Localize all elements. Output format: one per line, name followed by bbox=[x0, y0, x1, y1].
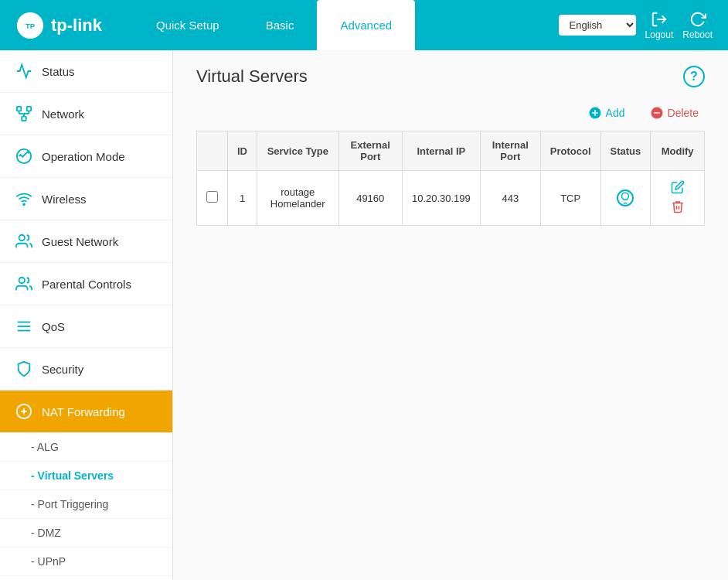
svg-point-11 bbox=[23, 203, 25, 205]
tab-quick-setup[interactable]: Quick Setup bbox=[133, 0, 243, 50]
page-header: Virtual Servers ? bbox=[196, 66, 705, 87]
bulb-icon bbox=[618, 191, 632, 205]
sidebar-item-nat-forwarding[interactable]: NAT Forwarding bbox=[0, 391, 172, 433]
network-icon bbox=[15, 105, 32, 122]
svg-rect-5 bbox=[22, 117, 26, 121]
table-toolbar: Add Delete bbox=[196, 103, 705, 123]
logo-area: TP tp-link bbox=[15, 11, 102, 40]
col-header-internal-ip: Internal IP bbox=[402, 131, 480, 171]
header-right: English Logout Reboot bbox=[559, 11, 713, 40]
sidebar-item-guest-network[interactable]: Guest Network bbox=[0, 220, 172, 263]
main-content: Virtual Servers ? Add Delete bbox=[173, 50, 728, 580]
sidebar-item-status[interactable]: Status bbox=[0, 50, 172, 93]
row-id: 1 bbox=[228, 171, 257, 226]
col-header-service-type: Service Type bbox=[257, 131, 339, 171]
col-header-protocol: Protocol bbox=[540, 131, 600, 171]
delete-button[interactable]: Delete bbox=[644, 103, 705, 123]
svg-point-13 bbox=[19, 278, 25, 283]
col-header-status: Status bbox=[600, 131, 651, 171]
sidebar-item-wireless[interactable]: Wireless bbox=[0, 178, 172, 220]
table-row: 1 routage Homelander 49160 10.20.30.199 … bbox=[197, 171, 705, 226]
nat-icon bbox=[15, 403, 32, 420]
row-checkbox-cell bbox=[197, 171, 228, 226]
col-header-internal-port: Internal Port bbox=[480, 131, 540, 171]
sidebar-item-qos[interactable]: QoS bbox=[0, 305, 172, 348]
add-button[interactable]: Add bbox=[582, 103, 631, 123]
logo-text: tp-link bbox=[51, 15, 102, 36]
status-icon bbox=[15, 63, 32, 80]
sidebar-item-security[interactable]: Security bbox=[0, 348, 172, 391]
sidebar: Status Network Operation Mode bbox=[0, 50, 173, 580]
layout: Status Network Operation Mode bbox=[0, 50, 728, 580]
page-title: Virtual Servers bbox=[196, 67, 308, 87]
sub-menu-upnp[interactable]: - UPnP bbox=[0, 548, 172, 576]
sidebar-item-operation-mode[interactable]: Operation Mode bbox=[0, 135, 172, 178]
reboot-button[interactable]: Reboot bbox=[682, 11, 713, 40]
sub-menu-dmz[interactable]: - DMZ bbox=[0, 519, 172, 548]
qos-icon bbox=[15, 318, 32, 335]
row-service-type: routage Homelander bbox=[257, 171, 339, 226]
svg-point-12 bbox=[19, 235, 25, 241]
row-external-port: 49160 bbox=[338, 171, 402, 226]
row-internal-ip: 10.20.30.199 bbox=[402, 171, 480, 226]
delete-icon bbox=[650, 106, 664, 120]
sub-menu-virtual-servers[interactable]: - Virtual Servers bbox=[0, 462, 172, 490]
col-header-id: ID bbox=[228, 131, 257, 171]
row-checkbox[interactable] bbox=[206, 191, 218, 203]
parental-icon bbox=[15, 275, 32, 292]
tab-advanced[interactable]: Advanced bbox=[317, 0, 415, 50]
sub-menu-alg[interactable]: - ALG bbox=[0, 433, 172, 462]
sidebar-item-network[interactable]: Network bbox=[0, 93, 172, 135]
svg-text:TP: TP bbox=[26, 22, 36, 30]
col-header-modify: Modify bbox=[651, 131, 705, 171]
row-internal-port: 443 bbox=[480, 171, 540, 226]
row-status bbox=[600, 171, 651, 226]
edit-button[interactable] bbox=[668, 179, 688, 198]
header: TP tp-link Quick Setup Basic Advanced En… bbox=[0, 0, 728, 50]
operation-icon bbox=[15, 148, 32, 165]
nav-tabs: Quick Setup Basic Advanced bbox=[133, 0, 559, 50]
svg-rect-4 bbox=[27, 107, 31, 111]
trash-button[interactable] bbox=[668, 198, 688, 217]
data-table: ID Service Type External Port Internal I… bbox=[196, 131, 705, 226]
tab-basic[interactable]: Basic bbox=[243, 0, 318, 50]
security-icon bbox=[15, 360, 32, 377]
svg-rect-3 bbox=[17, 107, 22, 111]
logout-button[interactable]: Logout bbox=[645, 11, 674, 40]
logout-icon bbox=[651, 11, 668, 28]
sub-menu-port-triggering[interactable]: - Port Triggering bbox=[0, 490, 172, 519]
wireless-icon bbox=[15, 190, 32, 207]
language-select[interactable]: English bbox=[559, 15, 636, 36]
col-header-external-port: External Port bbox=[338, 131, 402, 171]
edit-icon bbox=[671, 180, 685, 194]
row-protocol: TCP bbox=[540, 171, 600, 226]
add-icon bbox=[588, 106, 602, 120]
trash-icon bbox=[671, 200, 685, 213]
logo-icon: TP bbox=[15, 11, 45, 40]
guest-icon bbox=[15, 233, 32, 250]
row-modify bbox=[651, 171, 705, 226]
sidebar-item-parental-controls[interactable]: Parental Controls bbox=[0, 263, 172, 305]
status-bulb[interactable] bbox=[617, 189, 634, 206]
col-header-checkbox bbox=[197, 131, 228, 171]
reboot-icon bbox=[689, 11, 706, 28]
help-button[interactable]: ? bbox=[683, 66, 705, 87]
